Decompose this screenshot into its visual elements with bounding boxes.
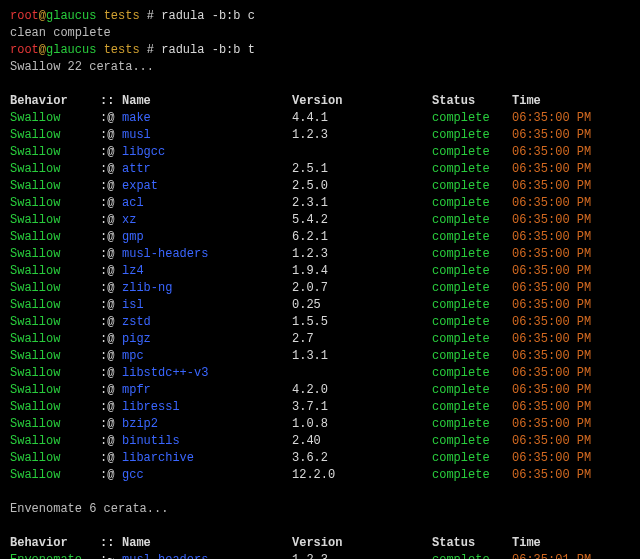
prompt-path: tests xyxy=(104,9,140,23)
hdr-status: Status xyxy=(432,93,512,110)
cell-name: libgcc xyxy=(122,144,292,161)
cell-time: 06:35:00 PM xyxy=(512,263,591,280)
cell-version: 1.2.3 xyxy=(292,552,432,559)
cell-behavior: Swallow xyxy=(10,110,100,127)
cell-behavior: Swallow xyxy=(10,331,100,348)
cell-name: pigz xyxy=(122,331,292,348)
cell-name: gcc xyxy=(122,467,292,484)
hdr-sep: :: xyxy=(100,93,122,110)
cell-name: libarchive xyxy=(122,450,292,467)
table-row: Swallow:@lz41.9.4complete06:35:00 PM xyxy=(10,263,630,280)
cell-version: 1.9.4 xyxy=(292,263,432,280)
envenomate-rows: Envenomate:~musl-headers1.2.3complete06:… xyxy=(10,552,630,559)
cell-version: 1.2.3 xyxy=(292,246,432,263)
cell-time: 06:35:00 PM xyxy=(512,195,591,212)
cell-sep: :@ xyxy=(100,314,122,331)
cell-behavior: Envenomate xyxy=(10,552,100,559)
cell-status: complete xyxy=(432,229,512,246)
cell-status: complete xyxy=(432,178,512,195)
cell-version: 2.40 xyxy=(292,433,432,450)
cell-status: complete xyxy=(432,110,512,127)
cell-name: mpc xyxy=(122,348,292,365)
cell-sep: :@ xyxy=(100,450,122,467)
cell-status: complete xyxy=(432,297,512,314)
cell-sep: :@ xyxy=(100,195,122,212)
cell-version: 4.2.0 xyxy=(292,382,432,399)
cell-behavior: Swallow xyxy=(10,127,100,144)
cell-sep: :@ xyxy=(100,365,122,382)
cell-version: 0.25 xyxy=(292,297,432,314)
cell-time: 06:35:00 PM xyxy=(512,229,591,246)
cell-version: 1.5.5 xyxy=(292,314,432,331)
cell-time: 06:35:00 PM xyxy=(512,297,591,314)
cell-behavior: Swallow xyxy=(10,314,100,331)
table-row: Swallow:@zlib-ng2.0.7complete06:35:00 PM xyxy=(10,280,630,297)
table-row: Envenomate:~musl-headers1.2.3complete06:… xyxy=(10,552,630,559)
cell-behavior: Swallow xyxy=(10,416,100,433)
cell-name: mpfr xyxy=(122,382,292,399)
table-row: Swallow:@musl1.2.3complete06:35:00 PM xyxy=(10,127,630,144)
cell-sep: :@ xyxy=(100,229,122,246)
cell-status: complete xyxy=(432,382,512,399)
cell-sep: :@ xyxy=(100,348,122,365)
swallow-rows: Swallow:@make4.4.1complete06:35:00 PMSwa… xyxy=(10,110,630,484)
hdr-time: Time xyxy=(512,93,541,110)
cell-status: complete xyxy=(432,467,512,484)
cell-behavior: Swallow xyxy=(10,348,100,365)
cell-time: 06:35:00 PM xyxy=(512,246,591,263)
cell-status: complete xyxy=(432,348,512,365)
cell-version: 2.3.1 xyxy=(292,195,432,212)
table-row: Swallow:@make4.4.1complete06:35:00 PM xyxy=(10,110,630,127)
cell-sep: :@ xyxy=(100,382,122,399)
cell-behavior: Swallow xyxy=(10,467,100,484)
cell-version: 3.6.2 xyxy=(292,450,432,467)
cell-behavior: Swallow xyxy=(10,450,100,467)
prompt-host: glaucus xyxy=(46,9,96,23)
cell-time: 06:35:00 PM xyxy=(512,110,591,127)
cell-sep: :@ xyxy=(100,416,122,433)
cell-name: attr xyxy=(122,161,292,178)
table-row: Swallow:@acl2.3.1complete06:35:00 PM xyxy=(10,195,630,212)
cell-time: 06:35:00 PM xyxy=(512,433,591,450)
cell-sep: :@ xyxy=(100,246,122,263)
cell-behavior: Swallow xyxy=(10,297,100,314)
cell-sep: :@ xyxy=(100,161,122,178)
cell-time: 06:35:00 PM xyxy=(512,178,591,195)
cell-behavior: Swallow xyxy=(10,382,100,399)
swallow-summary: Swallow 22 cerata... xyxy=(10,59,630,76)
table-row: Swallow:@bzip21.0.8complete06:35:00 PM xyxy=(10,416,630,433)
prompt-user: root xyxy=(10,9,39,23)
cell-version: 1.2.3 xyxy=(292,127,432,144)
table-row: Swallow:@pigz2.7complete06:35:00 PM xyxy=(10,331,630,348)
cell-sep: :@ xyxy=(100,297,122,314)
cell-status: complete xyxy=(432,246,512,263)
cell-sep: :~ xyxy=(100,552,122,559)
cell-name: musl-headers xyxy=(122,552,292,559)
cell-name: expat xyxy=(122,178,292,195)
envenomate-header-row: Behavior::NameVersionStatusTime xyxy=(10,535,630,552)
cell-status: complete xyxy=(432,314,512,331)
hdr-behavior: Behavior xyxy=(10,93,100,110)
cell-behavior: Swallow xyxy=(10,433,100,450)
cell-name: bzip2 xyxy=(122,416,292,433)
cell-name: musl-headers xyxy=(122,246,292,263)
envenomate-summary: Envenomate 6 cerata... xyxy=(10,501,630,518)
cell-sep: :@ xyxy=(100,331,122,348)
cell-name: lz4 xyxy=(122,263,292,280)
command-1-output: clean complete xyxy=(10,25,630,42)
cell-behavior: Swallow xyxy=(10,212,100,229)
cell-status: complete xyxy=(432,433,512,450)
cell-name: acl xyxy=(122,195,292,212)
cell-behavior: Swallow xyxy=(10,399,100,416)
cell-sep: :@ xyxy=(100,144,122,161)
cell-time: 06:35:00 PM xyxy=(512,348,591,365)
cell-time: 06:35:00 PM xyxy=(512,416,591,433)
cell-behavior: Swallow xyxy=(10,178,100,195)
cell-version: 6.2.1 xyxy=(292,229,432,246)
cell-name: libstdc++-v3 xyxy=(122,365,292,382)
cell-name: musl xyxy=(122,127,292,144)
cell-status: complete xyxy=(432,144,512,161)
cell-sep: :@ xyxy=(100,467,122,484)
prompt-at: @ xyxy=(39,9,46,23)
cell-behavior: Swallow xyxy=(10,246,100,263)
